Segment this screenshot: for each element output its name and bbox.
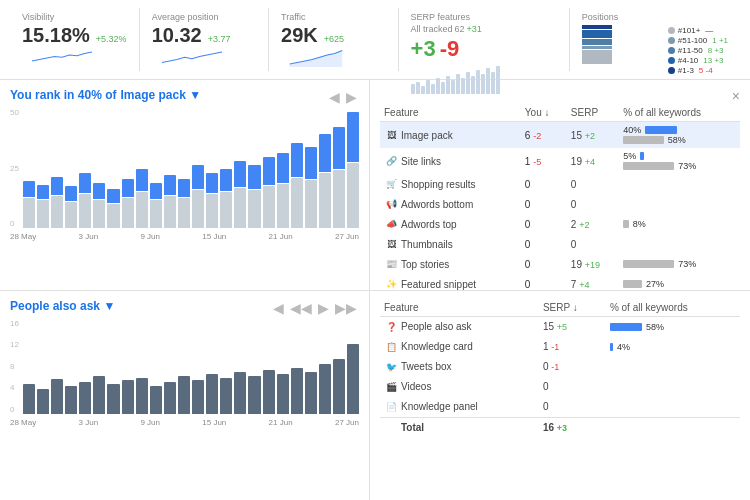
traffic-label: Traffic <box>281 12 385 22</box>
people-also-ask-dropdown[interactable]: People also ask ▼ <box>10 299 115 313</box>
people-axis-date-3: 9 Jun <box>140 418 160 427</box>
axis-date-1: 28 May <box>10 232 36 241</box>
serp-cell-2: 1 -1 <box>539 337 606 357</box>
serp-cell: 15 +2 <box>567 122 619 149</box>
feature-icon: 📰 <box>384 257 398 271</box>
image-pack-chart-axis: 28 May 3 Jun 9 Jun 15 Jun 21 Jun 27 Jun <box>10 230 359 243</box>
you-cell: 0 <box>521 214 567 234</box>
col-serp-2: SERP ↓ <box>539 299 606 317</box>
feature-name-label: Tweets box <box>401 361 452 372</box>
metric-traffic: Traffic 29K +625 <box>269 8 398 71</box>
people-next-arrow-double2[interactable]: ▶▶ <box>333 300 359 316</box>
traffic-value: 29K <box>281 24 318 46</box>
axis-date-2: 3 Jun <box>79 232 99 241</box>
people-also-ask-chart: 16 12 8 4 0 <box>10 319 359 414</box>
you-cell: 0 <box>521 234 567 254</box>
image-pack-table: Feature You ↓ SERP % of all keywords 🖼 I… <box>380 104 740 291</box>
you-cell: 0 <box>521 174 567 194</box>
legend-label-1-3: #1-3 <box>678 66 694 75</box>
serp-cell-2: 0 -1 <box>539 357 606 377</box>
people-axis-date-1: 28 May <box>10 418 36 427</box>
serp-cell: 7 +4 <box>567 274 619 291</box>
positions-legend: #101+ — #51-100 1 +1 #11-50 8 +3 <box>668 26 728 75</box>
people-axis-date-5: 21 Jun <box>269 418 293 427</box>
pct-cell-2: 58% <box>606 316 740 337</box>
metric-visibility: Visibility 15.18% +5.32% <box>10 8 140 71</box>
feature-icon: 📣 <box>384 217 398 231</box>
col-feature: Feature <box>380 104 521 122</box>
feature-name-label: Top stories <box>401 259 449 270</box>
avg-position-sparkline <box>152 46 232 67</box>
image-pack-next-arrow[interactable]: ▶ <box>344 89 359 105</box>
people-next-arrow-double[interactable]: ◀◀ <box>288 300 314 316</box>
serp-pos-change: +3 <box>411 36 436 62</box>
legend-val-4-10: 13 +3 <box>703 56 723 65</box>
table-row: 🖼 Image pack <box>380 122 521 149</box>
table-row: 📢 Adwords bottom <box>380 194 521 214</box>
serp-subtitle: All tracked <box>411 24 453 34</box>
you-cell: 1 -5 <box>521 148 567 174</box>
legend-val-101plus: — <box>705 26 713 35</box>
feature-icon: 🔗 <box>384 154 398 168</box>
axis-date-6: 27 Jun <box>335 232 359 241</box>
dropdown-arrow-icon-2: ▼ <box>103 299 115 313</box>
visibility-sparkline <box>22 46 102 67</box>
feature-icon: 📢 <box>384 197 398 211</box>
bar-chart-image-pack <box>23 108 359 228</box>
people-prev-arrow[interactable]: ◀ <box>271 300 286 316</box>
axis-date-3: 9 Jun <box>140 232 160 241</box>
serp-cell-2: 15 +5 <box>539 316 606 337</box>
serp-values: +3 -9 <box>411 36 557 62</box>
table-row: 📣 Adwords top <box>380 214 521 234</box>
table-row: 📋 Knowledge card <box>380 337 539 357</box>
people-table: Feature SERP ↓ % of all keywords ❓ Peopl… <box>380 299 740 438</box>
axis-date-4: 15 Jun <box>202 232 226 241</box>
image-pack-dropdown[interactable]: Image pack ▼ <box>121 88 202 102</box>
visibility-value: 15.18% <box>22 24 90 46</box>
serp-neg-change: -9 <box>440 36 460 62</box>
legend-dot-4-10 <box>668 57 675 64</box>
feature-name-label: Featured snippet <box>401 279 476 290</box>
image-pack-chart-section: You rank in 40% of Image pack ▼ ◀ ▶ 50 2… <box>0 80 369 291</box>
feature-name-label: Knowledge panel <box>401 401 478 412</box>
legend-val-11-50: 8 +3 <box>708 46 724 55</box>
people-axis-date-4: 15 Jun <box>202 418 226 427</box>
serp-cell: 0 <box>567 234 619 254</box>
people-also-ask-section-header: People also ask ▼ ◀ ◀◀ ▶ ▶▶ <box>10 299 359 317</box>
feature-name-label: Thumbnails <box>401 239 453 250</box>
people-next-arrow[interactable]: ▶ <box>316 300 331 316</box>
feature-icon: ✨ <box>384 277 398 291</box>
people-axis-date-2: 3 Jun <box>79 418 99 427</box>
pct-cell-2 <box>606 377 740 397</box>
legend-dot-51-100 <box>668 37 675 44</box>
image-pack-chart-wrapper: 50 25 0 <box>10 108 359 243</box>
legend-val-1-3: 5 -4 <box>699 66 713 75</box>
people-table-section: Feature SERP ↓ % of all keywords ❓ Peopl… <box>370 291 750 501</box>
people-chart-axis: 28 May 3 Jun 9 Jun 15 Jun 21 Jun 27 Jun <box>10 416 359 429</box>
avg-position-label: Average position <box>152 12 256 22</box>
table-row: 🐦 Tweets box <box>380 357 539 377</box>
feature-icon: 🖼 <box>384 128 398 142</box>
image-pack-prev-arrow[interactable]: ◀ <box>327 89 342 105</box>
legend-51-100: #51-100 1 +1 <box>668 36 728 45</box>
y-axis-labels: 50 25 0 <box>10 108 23 228</box>
serp-cell: 19 +19 <box>567 254 619 274</box>
legend-101plus: #101+ — <box>668 26 728 35</box>
positions-label: Positions <box>582 12 728 22</box>
pct-cell: 40% 58% <box>619 122 740 149</box>
feature-name-label: People also ask <box>401 321 472 332</box>
pct-cell-2: 4% <box>606 337 740 357</box>
people-also-ask-chart-wrapper: 16 12 8 4 0 <box>10 319 359 429</box>
feature-name-label: Adwords bottom <box>401 199 473 210</box>
col-serp: SERP <box>567 104 619 122</box>
svg-marker-0 <box>290 51 343 68</box>
table-row: ✨ Featured snippet <box>380 274 521 291</box>
feature-name-label: Adwords top <box>401 219 457 230</box>
pct-cell <box>619 174 740 194</box>
legend-label-101plus: #101+ <box>678 26 700 35</box>
pct-cell <box>619 194 740 214</box>
visibility-label: Visibility <box>22 12 127 22</box>
pct-cell <box>619 234 740 254</box>
feature-name-label: Site links <box>401 156 441 167</box>
close-button[interactable]: × <box>732 88 740 104</box>
